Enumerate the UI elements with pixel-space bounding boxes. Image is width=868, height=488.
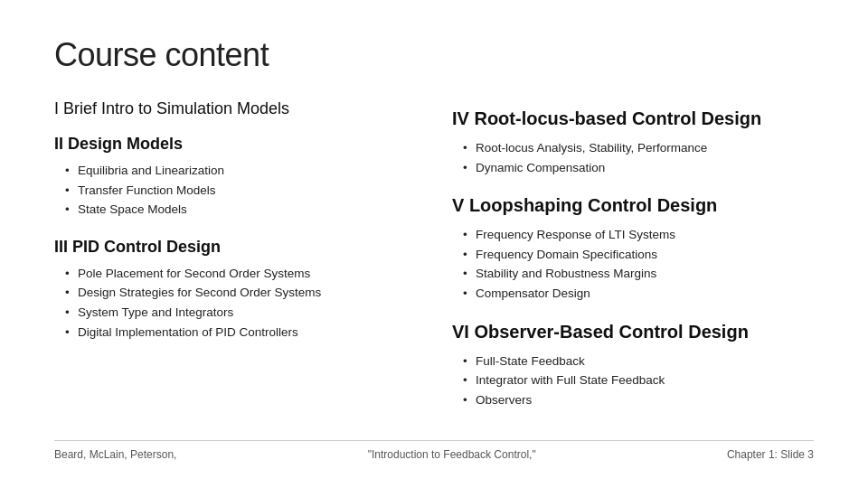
list-item: Stability and Robustness Margins xyxy=(463,264,814,284)
list-item: Frequency Domain Specifications xyxy=(463,245,814,265)
section2-bullets: Equilibria and Linearization Transfer Fu… xyxy=(54,161,416,220)
content-area: I Brief Intro to Simulation Models II De… xyxy=(54,99,814,431)
list-item: State Space Models xyxy=(65,200,416,220)
slide: Course content I Brief Intro to Simulati… xyxy=(0,0,868,488)
section5-bullets: Frequency Response of LTI Systems Freque… xyxy=(452,225,814,303)
list-item: Observers xyxy=(463,390,814,410)
list-item: Transfer Function Models xyxy=(65,181,416,201)
list-item: Compensator Design xyxy=(463,284,814,304)
list-item: Dynamic Compensation xyxy=(463,158,814,178)
footer-center: "Introduction to Feedback Control," xyxy=(368,448,536,461)
list-item: Full-State Feedback xyxy=(463,352,814,371)
left-column: I Brief Intro to Simulation Models II De… xyxy=(54,99,416,431)
list-item: System Type and Integrators xyxy=(65,303,416,323)
list-item: Equilibria and Linearization xyxy=(65,161,416,181)
section5-heading: V Loopshaping Control Design xyxy=(452,195,814,216)
section3-bullets: Pole Placement for Second Order Systems … xyxy=(54,264,416,342)
section3-heading: III PID Control Design xyxy=(54,238,416,257)
section6-bullets: Full-State Feedback Integrator with Full… xyxy=(452,352,814,410)
footer-left: Beard, McLain, Peterson, xyxy=(54,448,176,461)
section4-bullets: Root-locus Analysis, Stability, Performa… xyxy=(452,138,814,177)
footer-right: Chapter 1: Slide 3 xyxy=(727,448,814,461)
list-item: Frequency Response of LTI Systems xyxy=(463,225,814,245)
section1-heading: I Brief Intro to Simulation Models xyxy=(54,99,416,118)
footer: Beard, McLain, Peterson, "Introduction t… xyxy=(54,440,814,461)
slide-title: Course content xyxy=(54,36,814,74)
list-item: Design Strategies for Second Order Syste… xyxy=(65,283,416,303)
list-item: Root-locus Analysis, Stability, Performa… xyxy=(463,138,814,158)
section4-heading: IV Root-locus-based Control Design xyxy=(452,108,814,129)
right-column: IV Root-locus-based Control Design Root-… xyxy=(452,99,814,431)
list-item: Pole Placement for Second Order Systems xyxy=(65,264,416,284)
section2-heading: II Design Models xyxy=(54,135,416,154)
list-item: Digital Implementation of PID Controller… xyxy=(65,323,416,343)
section6-heading: VI Observer-Based Control Design xyxy=(452,322,814,343)
list-item: Integrator with Full State Feedback xyxy=(463,371,814,390)
